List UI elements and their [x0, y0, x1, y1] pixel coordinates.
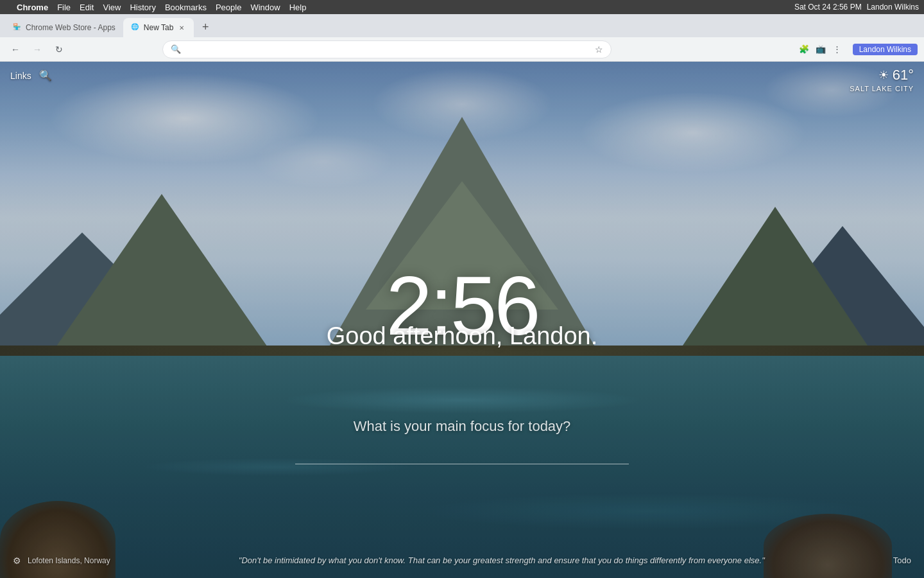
menu-file[interactable]: File: [57, 3, 71, 12]
weather-city: SALT LAKE CITY: [850, 85, 914, 92]
tab-chrome-web-store[interactable]: 🏪 Chrome Web Store - Apps: [5, 18, 123, 37]
settings-icon[interactable]: ⋮: [830, 42, 845, 57]
menubar-clock: Sat Oct 24 2:56 PM: [794, 3, 862, 12]
new-tab-page: Links 🔍 ☀ 61° SALT LAKE CITY 2:56 Good a…: [0, 62, 924, 578]
menu-bookmarks[interactable]: Bookmarks: [165, 3, 207, 12]
location-label: Lofoten Islands, Norway: [28, 556, 110, 565]
greeting-text: Good afternoon, Landon.: [327, 322, 598, 350]
tab-favicon-new-tab: 🌐: [131, 23, 140, 32]
weather-widget: ☀ 61° SALT LAKE CITY: [850, 67, 914, 92]
todo-button[interactable]: Todo: [893, 556, 911, 565]
back-button[interactable]: ←: [6, 40, 24, 58]
tab-new-tab[interactable]: 🌐 New Tab ✕: [123, 18, 194, 37]
bookmark-icon[interactable]: ☆: [595, 44, 603, 55]
menubar-user[interactable]: Landon Wilkins: [867, 3, 919, 12]
focus-prompt: What is your main focus for today?: [295, 418, 629, 435]
links-button[interactable]: Links: [10, 71, 31, 81]
search-button[interactable]: 🔍: [39, 69, 52, 82]
tab-label-new-tab: New Tab: [144, 23, 173, 32]
new-tab-button[interactable]: +: [196, 18, 214, 36]
weather-icon: ☀: [878, 68, 889, 82]
tab-favicon-web-store: 🏪: [13, 23, 22, 32]
menu-history[interactable]: History: [130, 3, 155, 12]
menu-window[interactable]: Window: [250, 3, 280, 12]
menu-help[interactable]: Help: [289, 3, 307, 12]
toolbar-icons: 🧩 📺 ⋮: [796, 42, 845, 57]
menu-chrome[interactable]: Chrome: [17, 3, 48, 12]
settings-gear-button[interactable]: ⚙: [13, 556, 21, 566]
address-input-wrap[interactable]: 🔍 ☆: [162, 40, 612, 58]
extensions-icon[interactable]: 🧩: [796, 42, 812, 57]
cast-icon[interactable]: 📺: [813, 42, 828, 57]
reload-button[interactable]: ↻: [50, 40, 68, 58]
address-bar: ← → ↻ 🔍 ☆ 🧩 📺 ⋮ Landon Wilkins: [0, 37, 924, 62]
macos-menu-bar: Chrome File Edit View History Bookmarks …: [0, 0, 924, 14]
quote-bar: ⚙ Lofoten Islands, Norway "Don't be inti…: [0, 543, 924, 578]
focus-input[interactable]: [295, 440, 629, 464]
focus-area: What is your main focus for today?: [295, 418, 629, 464]
address-input[interactable]: [186, 44, 590, 54]
menu-view[interactable]: View: [103, 3, 121, 12]
weather-temp: 61°: [893, 67, 914, 83]
profile-button[interactable]: Landon Wilkins: [853, 44, 918, 55]
tab-bar: 🏪 Chrome Web Store - Apps 🌐 New Tab ✕ +: [0, 14, 924, 37]
search-icon: 🔍: [171, 44, 181, 54]
quote-text: "Don't be intimidated by what you don't …: [110, 554, 893, 567]
tab-close-new-tab[interactable]: ✕: [177, 23, 186, 32]
tab-label-web-store: Chrome Web Store - Apps: [26, 23, 116, 32]
forward-button[interactable]: →: [28, 40, 46, 58]
menu-edit[interactable]: Edit: [80, 3, 94, 12]
menu-people[interactable]: People: [216, 3, 241, 12]
top-left-bar: Links 🔍: [10, 69, 52, 82]
